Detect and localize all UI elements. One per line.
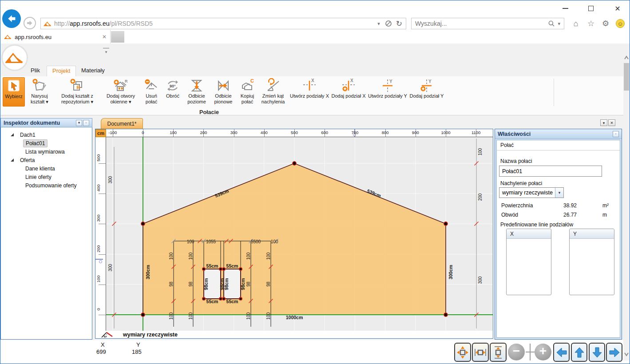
search-dropdown-icon[interactable]: ▾ [555, 21, 564, 27]
zmien-kat-nachylenia-button[interactable]: Zmień kąt nachylenia [258, 77, 288, 107]
address-dropdown-icon[interactable]: ▾ [375, 21, 383, 27]
dodaj-podzial-x-button[interactable]: X Dodaj podział X [331, 77, 366, 107]
minimize-button[interactable] [559, 3, 571, 14]
scrollbar-thumb[interactable] [624, 63, 629, 91]
vertex-handle[interactable] [222, 268, 226, 271]
vertex-handle[interactable] [219, 297, 222, 301]
browser-tab[interactable]: app.rsroofs.eu ✕ [0, 30, 111, 44]
close-button[interactable]: ✕ [611, 3, 624, 14]
document-close-button[interactable]: ✕ [608, 119, 615, 126]
dimension-mode-select[interactable]: wymiary rzeczywiste ▾ [499, 187, 564, 198]
dodaj-ksztalt-label: Dodaj kształt z repozytorium ▾ [61, 93, 93, 104]
ruler-unit-button[interactable]: cm [95, 129, 106, 137]
zoom-fit-all-button[interactable] [454, 343, 471, 362]
tree-item[interactable]: Dane klienta [1, 164, 92, 173]
ribbon-collapse-icon[interactable]: ▾ [103, 48, 109, 55]
new-tab-button[interactable] [111, 31, 124, 43]
vertex-handle[interactable] [239, 297, 242, 301]
settings-gear-icon[interactable]: ⚙ [600, 18, 611, 29]
select-dropdown-icon[interactable]: ▾ [555, 188, 563, 198]
vertex-handle[interactable] [141, 313, 145, 317]
search-input[interactable] [412, 20, 548, 28]
narysuj-ksztalt-button[interactable]: Narysuj kształt ▾ [26, 77, 53, 107]
scroll-down-icon[interactable] [623, 350, 630, 359]
feedback-smiley-icon[interactable]: ☺ [614, 18, 626, 29]
vertex-handle[interactable] [141, 222, 145, 226]
perimeter-unit: m [602, 212, 607, 218]
utworz-podzialy-y-button[interactable]: Y Utwórz podziały Y [367, 77, 408, 107]
tab-close-icon[interactable]: ✕ [102, 34, 107, 40]
wybierz-button[interactable]: Wybierz [3, 77, 25, 107]
back-button[interactable] [2, 9, 21, 28]
home-icon[interactable]: ⌂ [570, 18, 582, 29]
ruler-number: 300 [96, 212, 101, 225]
zoom-slider-thumb[interactable] [530, 344, 531, 360]
divisions-y-list[interactable]: Y [569, 229, 614, 295]
document-list-dropdown-button[interactable]: ▾ [600, 119, 607, 126]
dodaj-podzial-y-button[interactable]: Y Dodaj podział Y [409, 77, 444, 107]
dimension-mode-value: wymiary rzeczywiste [499, 190, 555, 196]
tree-item-label: Połać01 [23, 139, 48, 147]
zoom-in-button[interactable]: + [535, 344, 551, 360]
pan-down-button[interactable] [589, 343, 605, 362]
tree-expander-icon[interactable] [11, 133, 14, 136]
tree-item[interactable]: Oferta [1, 156, 92, 164]
drawing-area[interactable]: 300 300 100 200 300 100 1055 5500 100 10… [106, 137, 493, 331]
inspector-panel-header[interactable]: Inspektor dokumentu ▾ ▫ [0, 118, 92, 127]
vertex-handle[interactable] [293, 162, 296, 165]
obroc-button[interactable]: 90° Obróć [162, 77, 183, 107]
vertex-handle[interactable] [239, 268, 242, 271]
properties-minimize-button[interactable]: ▫ [613, 131, 619, 137]
ruler-number: 200 [96, 242, 101, 255]
kopiuj-polac-button[interactable]: C Kopiuj połać [237, 77, 258, 107]
pan-right-button[interactable] [606, 343, 622, 362]
tree-item[interactable]: Lista wymiarowa [1, 147, 92, 156]
app-logo[interactable] [1, 44, 28, 71]
tree-item[interactable]: Połać01 [1, 139, 92, 147]
tab-plik[interactable]: Plik [25, 66, 45, 76]
forward-button[interactable] [24, 17, 36, 29]
tree-item[interactable]: Linie oferty [1, 173, 92, 181]
zoom-fit-width-button[interactable] [472, 343, 489, 362]
tab-projekt[interactable]: Projekt [47, 66, 76, 76]
zoom-out-button[interactable]: − [508, 344, 525, 360]
roof-name-input[interactable] [499, 166, 602, 177]
zoom-fit-height-button[interactable] [490, 343, 507, 362]
tab-materialy[interactable]: Materiały [76, 66, 110, 76]
maximize-button[interactable] [585, 3, 597, 14]
column-dim-label: 100 [246, 252, 251, 260]
inspector-tree: Dach1Połać01Lista wymiarowaOfertaDane kl… [0, 127, 92, 340]
vertex-handle[interactable] [219, 268, 222, 271]
vertex-handle[interactable] [202, 297, 206, 301]
vertex-handle[interactable] [444, 313, 448, 317]
refresh-icon[interactable]: ↻ [396, 19, 402, 28]
address-bar[interactable]: http://app.rsroofs.eu/pl/RSD5/RSD5 ▾ ↻ [40, 18, 406, 29]
usun-polac-button[interactable]: Usuń połać [141, 77, 162, 107]
favorites-star-icon[interactable]: ☆ [585, 18, 597, 29]
vertex-handle[interactable] [222, 297, 226, 301]
search-box[interactable]: ▾ [411, 18, 564, 29]
area-value: 38.92 [563, 202, 577, 209]
scroll-up-icon[interactable] [623, 53, 630, 62]
pan-left-button[interactable] [553, 343, 570, 362]
pan-up-button[interactable] [571, 343, 587, 362]
stop-icon[interactable] [385, 20, 392, 27]
dodaj-otwory-okienne-button[interactable]: R Dodaj otwory okienne ▾ [101, 77, 140, 107]
utworz-podzialy-x-button[interactable]: X Utwórz podziały X [289, 77, 330, 107]
tree-expander-icon[interactable] [11, 158, 14, 162]
inspector-minimize-button[interactable]: ▫ [83, 120, 89, 126]
properties-panel-header[interactable]: Właściwości ▫ [495, 129, 622, 139]
search-icon[interactable] [548, 20, 555, 27]
dodaj-ksztalt-z-repozytorium-button[interactable]: R Dodaj kształt z repozytorium ▾ [54, 77, 100, 107]
vertex-handle[interactable] [202, 268, 206, 271]
tree-item[interactable]: Podsumowanie oferty [1, 181, 92, 190]
tree-item[interactable]: Dach1 [1, 131, 92, 139]
vertex-handle[interactable] [444, 222, 448, 226]
inspector-dropdown-button[interactable]: ▾ [76, 120, 82, 126]
divisions-x-list[interactable]: X [506, 229, 551, 295]
odbicie-pionowe-button[interactable]: Odbicie pionowe [210, 77, 236, 107]
vertical-scrollbar[interactable] [623, 51, 630, 360]
document-tab[interactable]: Document1* [101, 118, 143, 129]
odbicie-poziome-button[interactable]: Odbicie poziome [184, 77, 210, 107]
utworz-podzialy-x-label: Utwórz podziały X [290, 93, 329, 99]
